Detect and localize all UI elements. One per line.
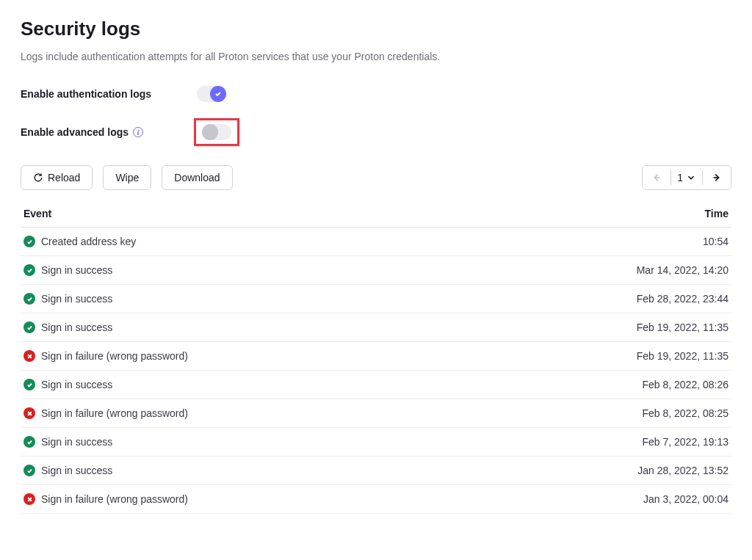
col-event: Event (21, 200, 472, 228)
failure-icon (24, 407, 35, 419)
success-icon (24, 293, 35, 305)
wipe-label: Wipe (115, 172, 139, 183)
toggle-knob (202, 124, 218, 140)
setting-advanced-logs-label: Enable advanced logs i (21, 126, 194, 138)
time-cell: Jan 3, 2022, 00:04 (472, 485, 731, 514)
pager-prev[interactable] (643, 167, 670, 189)
toggle-knob (210, 86, 226, 102)
time-cell: Feb 28, 2022, 23:44 (472, 285, 731, 313)
success-icon (24, 379, 35, 390)
success-icon (24, 436, 35, 448)
success-icon (24, 465, 35, 476)
table-row: Sign in successFeb 7, 2022, 19:13 (21, 428, 731, 457)
event-text: Sign in failure (wrong password) (41, 350, 188, 362)
table-row: Sign in successFeb 8, 2022, 08:26 (21, 371, 731, 399)
failure-icon (24, 493, 35, 505)
reload-icon (33, 172, 43, 183)
toolbar: Reload Wipe Download 1 (21, 165, 731, 190)
page-title: Security logs (21, 18, 731, 40)
event-cell: Sign in success (21, 371, 472, 399)
event-cell: Sign in success (21, 457, 472, 485)
table-row: Sign in failure (wrong password)Jan 3, 2… (21, 485, 731, 514)
failure-icon (24, 350, 35, 362)
info-icon[interactable]: i (133, 127, 143, 137)
table-row: Created address key10:54 (21, 228, 731, 256)
download-button[interactable]: Download (162, 165, 232, 190)
table-row: Sign in failure (wrong password)Feb 19, … (21, 342, 731, 371)
pager-current-page: 1 (677, 172, 683, 183)
check-icon (214, 90, 222, 98)
wipe-button[interactable]: Wipe (103, 165, 151, 190)
time-cell: Feb 7, 2022, 19:13 (472, 428, 731, 457)
chevron-down-icon (686, 172, 696, 183)
page-description: Logs include authentication attempts for… (21, 51, 731, 62)
toggle-auth-logs[interactable] (197, 86, 226, 102)
setting-auth-logs-label: Enable authentication logs (21, 88, 194, 100)
logs-table: Event Time Created address key10:54Sign … (21, 200, 731, 514)
event-cell: Sign in success (21, 285, 472, 313)
toggle-advanced-logs[interactable] (202, 124, 231, 140)
table-row: Sign in successMar 14, 2022, 14:20 (21, 256, 731, 285)
arrow-right-icon (712, 172, 722, 183)
col-time: Time (472, 200, 731, 228)
toggle-auth-logs-wrap (194, 83, 229, 105)
event-cell: Sign in success (21, 256, 472, 285)
setting-advanced-logs-text: Enable advanced logs (21, 126, 129, 138)
table-row: Sign in successJan 28, 2022, 13:52 (21, 457, 731, 485)
setting-advanced-logs: Enable advanced logs i (21, 118, 731, 146)
event-text: Sign in success (41, 293, 112, 305)
event-text: Sign in failure (wrong password) (41, 407, 188, 419)
time-cell: Feb 8, 2022, 08:25 (472, 399, 731, 428)
event-text: Sign in success (41, 264, 112, 276)
event-cell: Created address key (21, 228, 472, 256)
table-row: Sign in successFeb 28, 2022, 23:44 (21, 285, 731, 313)
event-cell: Sign in success (21, 313, 472, 342)
event-text: Sign in success (41, 436, 112, 448)
pagination: 1 (642, 165, 731, 190)
event-text: Sign in success (41, 465, 112, 476)
time-cell: Feb 19, 2022, 11:35 (472, 342, 731, 371)
table-row: Sign in failure (wrong password)Feb 8, 2… (21, 399, 731, 428)
arrow-left-icon (651, 172, 662, 183)
success-icon (24, 321, 35, 333)
pager-next[interactable] (703, 167, 731, 189)
reload-button[interactable]: Reload (21, 165, 93, 190)
success-icon (24, 264, 35, 276)
time-cell: 10:54 (472, 228, 731, 256)
event-cell: Sign in failure (wrong password) (21, 342, 472, 371)
toggle-advanced-logs-highlight (194, 118, 239, 146)
time-cell: Mar 14, 2022, 14:20 (472, 256, 731, 285)
pager-page-select[interactable]: 1 (671, 166, 702, 189)
success-icon (24, 236, 35, 247)
button-group: Reload Wipe Download (21, 165, 233, 190)
table-row: Sign in successFeb 19, 2022, 11:35 (21, 313, 731, 342)
event-text: Created address key (41, 236, 136, 247)
time-cell: Jan 28, 2022, 13:52 (472, 457, 731, 485)
time-cell: Feb 8, 2022, 08:26 (472, 371, 731, 399)
event-text: Sign in success (41, 379, 112, 390)
time-cell: Feb 19, 2022, 11:35 (472, 313, 731, 342)
event-cell: Sign in failure (wrong password) (21, 485, 472, 514)
event-cell: Sign in failure (wrong password) (21, 399, 472, 428)
reload-label: Reload (48, 172, 80, 183)
event-cell: Sign in success (21, 428, 472, 457)
event-text: Sign in failure (wrong password) (41, 493, 188, 505)
event-text: Sign in success (41, 321, 112, 333)
download-label: Download (174, 172, 220, 183)
setting-auth-logs: Enable authentication logs (21, 83, 731, 105)
